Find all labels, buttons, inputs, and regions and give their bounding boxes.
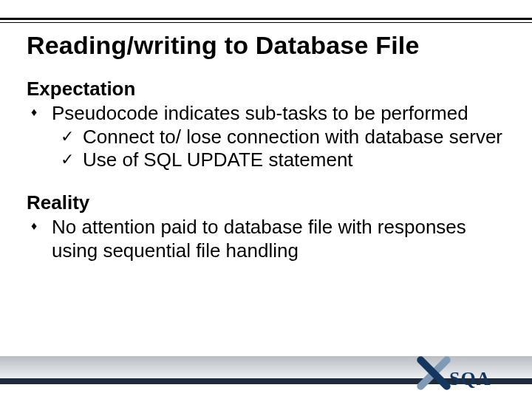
logo-text: SQA xyxy=(449,368,491,390)
bullet-item: Pseudocode indicates sub-tasks to be per… xyxy=(52,102,505,126)
section-expectation: Expectation Pseudocode indicates sub-tas… xyxy=(27,78,505,172)
slide-body: Reading/writing to Database File Expecta… xyxy=(0,25,532,347)
top-divider xyxy=(0,18,532,23)
bullet-item: No attention paid to database file with … xyxy=(52,216,505,262)
sub-bullet-item: Use of SQL UPDATE statement xyxy=(83,149,505,172)
section-heading: Expectation xyxy=(27,78,505,100)
section-heading: Reality xyxy=(27,191,505,214)
section-reality: Reality No attention paid to database fi… xyxy=(27,191,505,262)
sub-bullet-item: Connect to/ lose connection with databas… xyxy=(83,126,505,149)
slide-title: Reading/writing to Database File xyxy=(27,31,505,60)
logo-x-icon xyxy=(417,356,451,390)
sqa-logo: SQA xyxy=(417,356,505,395)
